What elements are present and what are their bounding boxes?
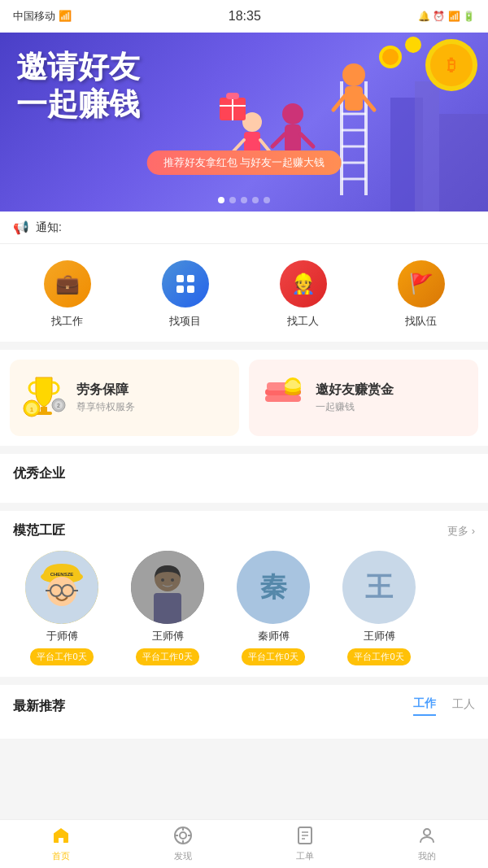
banner-content: 邀请好友 一起赚钱 — [0, 33, 488, 212]
svg-rect-36 — [187, 286, 194, 293]
worker-item-4[interactable]: 王 王师傅 平台工作0天 — [330, 551, 428, 665]
svg-rect-64 — [154, 593, 181, 624]
feature-cards: 1 2 劳务保障 尊享特权服务 — [0, 350, 488, 446]
svg-point-66 — [171, 578, 174, 582]
recommend-tabs: 工作 工人 — [413, 696, 475, 716]
profile-icon — [417, 826, 437, 848]
svg-text:CHENSZE: CHENSZE — [50, 572, 74, 577]
worker-item-3[interactable]: 秦 秦师傅 平台工作0天 — [224, 551, 322, 665]
notice-bar: 📢 通知: — [0, 212, 488, 244]
svg-point-68 — [180, 832, 186, 839]
svg-rect-2 — [439, 114, 488, 212]
svg-line-18 — [301, 134, 313, 146]
home-icon — [51, 826, 71, 848]
more-button[interactable]: 更多 › — [447, 524, 475, 539]
tab-work[interactable]: 工作 — [413, 696, 436, 716]
notice-label: 通知: — [36, 220, 62, 235]
worker-item-2[interactable]: 王师傅 平台工作0天 — [119, 551, 216, 665]
invite-reward-text: 邀好友赚赏金 一起赚钱 — [316, 382, 394, 414]
status-icons: 🔔 ⏰ 📶 🔋 — [418, 11, 475, 22]
find-team-label: 找队伍 — [405, 314, 437, 329]
find-team-item[interactable]: 🚩 找队伍 — [398, 260, 445, 329]
worker-badge-1: 平台工作0天 — [30, 648, 93, 665]
svg-line-17 — [272, 134, 285, 146]
worker-item-1[interactable]: CHENSZE 于师傅 平台工作0天 — [13, 551, 111, 665]
nav-profile[interactable]: 我的 — [403, 826, 451, 862]
worker-badge-3: 平台工作0天 — [242, 648, 304, 665]
dot-4 — [252, 197, 259, 203]
clock: 18:35 — [229, 9, 261, 24]
svg-point-65 — [161, 578, 164, 582]
labor-guarantee-icon: 1 2 — [20, 371, 68, 425]
svg-point-77 — [424, 829, 430, 835]
dot-1 — [218, 197, 224, 203]
svg-text:₿: ₿ — [447, 56, 455, 74]
invite-reward-icon — [259, 371, 307, 425]
worker-avatar-2 — [131, 551, 204, 624]
find-job-label: 找工作 — [51, 314, 83, 329]
worker-name-4: 王师傅 — [364, 629, 395, 643]
find-project-label: 找项目 — [169, 314, 201, 329]
carrier-wifi: 中国移动 📶 — [13, 9, 72, 24]
orders-icon — [295, 826, 315, 848]
worker-name-3: 秦师傅 — [258, 629, 290, 643]
outstanding-companies: 优秀企业 — [0, 454, 488, 503]
svg-point-11 — [342, 63, 365, 86]
notice-icon: 📢 — [13, 220, 29, 235]
svg-rect-1 — [415, 81, 439, 212]
banner[interactable]: 邀请好友 一起赚钱 — [0, 33, 488, 212]
svg-text:1: 1 — [30, 406, 34, 413]
tab-worker[interactable]: 工人 — [452, 697, 475, 715]
worker-name-2: 王师傅 — [152, 629, 184, 643]
nav-orders[interactable]: 工单 — [281, 826, 329, 862]
nav-discover-label: 发现 — [174, 850, 192, 862]
svg-point-15 — [282, 103, 303, 124]
recommend-title: 最新推荐 — [13, 698, 65, 715]
nav-profile-label: 我的 — [418, 850, 436, 862]
svg-rect-12 — [345, 86, 363, 111]
invite-reward-card[interactable]: 邀好友赚赏金 一起赚钱 — [249, 360, 478, 436]
model-workers-header: 模范工匠 更多 › — [13, 522, 475, 539]
banner-dots — [218, 197, 270, 203]
svg-rect-37 — [41, 407, 47, 412]
nav-orders-label: 工单 — [296, 850, 314, 862]
labor-guarantee-text: 劳务保障 尊享特权服务 — [76, 382, 135, 414]
nav-discover[interactable]: 发现 — [159, 826, 207, 862]
labor-guarantee-card[interactable]: 1 2 劳务保障 尊享特权服务 — [10, 360, 239, 436]
find-worker-icon: 👷 — [280, 260, 327, 308]
dot-3 — [241, 197, 247, 203]
status-bar: 中国移动 📶 18:35 🔔 ⏰ 📶 🔋 — [0, 0, 488, 33]
worker-badge-4: 平台工作0天 — [347, 648, 410, 665]
svg-rect-16 — [285, 124, 301, 153]
svg-point-27 — [382, 49, 399, 65]
worker-name-1: 于师傅 — [46, 629, 78, 643]
banner-subtitle: 推荐好友拿红包 与好友一起赚大钱 — [147, 150, 342, 175]
model-workers-title: 模范工匠 — [13, 522, 65, 539]
bottom-nav: 首页 发现 工单 — [0, 819, 488, 868]
svg-text:2: 2 — [57, 403, 60, 408]
worker-avatar-3: 秦 — [237, 551, 310, 624]
banner-illustration: ₿ — [0, 33, 488, 212]
svg-rect-34 — [187, 275, 194, 282]
workers-grid: CHENSZE 于师傅 平台工作0天 — [13, 551, 475, 665]
worker-avatar-4: 王 — [342, 551, 416, 624]
find-team-icon: 🚩 — [398, 260, 445, 308]
nav-home-label: 首页 — [52, 850, 70, 862]
svg-rect-33 — [176, 275, 184, 282]
discover-icon — [173, 826, 193, 848]
recommend-section: 最新推荐 工作 工人 — [0, 685, 488, 739]
svg-rect-35 — [176, 286, 184, 293]
outstanding-companies-title: 优秀企业 — [13, 465, 475, 482]
find-job-item[interactable]: 💼 找工作 — [44, 260, 91, 329]
find-project-icon — [162, 260, 209, 308]
dot-5 — [264, 197, 270, 203]
find-project-item[interactable]: 找项目 — [162, 260, 209, 329]
svg-rect-45 — [265, 395, 301, 402]
nav-home[interactable]: 首页 — [37, 826, 85, 862]
svg-point-52 — [285, 382, 301, 389]
recommend-header: 最新推荐 工作 工人 — [13, 696, 475, 716]
find-job-icon: 💼 — [44, 260, 91, 308]
worker-avatar-1: CHENSZE — [25, 551, 98, 624]
find-worker-item[interactable]: 👷 找工人 — [280, 260, 327, 329]
model-workers-section: 模范工匠 更多 › — [0, 511, 488, 677]
